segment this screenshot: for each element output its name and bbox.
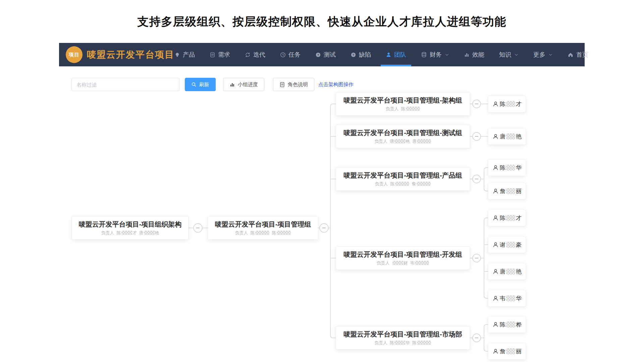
member-name: 陈华 xyxy=(500,164,522,172)
group-leaders: 负责人陈陈 xyxy=(235,230,291,236)
group-leaders: 负责人陈 xyxy=(386,106,420,112)
collapse-toggle[interactable] xyxy=(320,224,328,232)
redacted-name xyxy=(277,231,291,235)
redacted-name xyxy=(506,165,515,171)
member-name: 陈桦 xyxy=(500,321,522,328)
redacted-name xyxy=(406,107,420,111)
collapse-toggle[interactable] xyxy=(473,175,481,183)
redacted-name xyxy=(394,341,405,345)
redacted-name xyxy=(392,261,403,265)
org-root-node[interactable]: 唛盟云开发平台项目-项目组织架构 负责人陈才唐艳 xyxy=(72,216,189,240)
group-leaders: 负责人唐艳唐 xyxy=(374,138,431,144)
leader-name: 韦 xyxy=(410,260,429,266)
leader-label: 负责人 xyxy=(375,181,388,187)
group-title: 唛盟云开发平台项目-项目组织架构 xyxy=(79,220,182,228)
person-icon xyxy=(493,322,498,327)
leader-label: 负责人 xyxy=(374,340,387,346)
group-node-0[interactable]: 唛盟云开发平台项目-项目管理组-架构组 负责人陈 xyxy=(336,92,470,116)
member-name: 韦华 xyxy=(500,295,522,302)
page: 支持多层级组织、按层级控制权限、快速从企业人才库拉人进组等功能 项目 唛盟云开发… xyxy=(0,0,644,362)
redacted-name xyxy=(506,133,515,139)
group-leaders: 负责人财韦 xyxy=(377,260,429,266)
redacted-name xyxy=(506,348,515,354)
leader-label: 负责人 xyxy=(377,260,390,266)
group-title: 唛盟云开发平台项目-项目管理组-测试组 xyxy=(343,129,462,137)
person-icon xyxy=(493,242,498,248)
member-name: 詹丽 xyxy=(500,187,522,195)
collapse-toggle[interactable] xyxy=(473,254,481,262)
leader-label: 负责人 xyxy=(386,106,399,112)
group-title: 唛盟云开发平台项目-项目管理组 xyxy=(215,220,311,228)
member-name: 唐艳 xyxy=(500,133,522,140)
group-node-4[interactable]: 唛盟云开发平台项目-项目管理组-市场部 负责人陈华陈 xyxy=(336,326,470,350)
leader-name: 陈 xyxy=(390,181,410,187)
group-title: 唛盟云开发平台项目-项目管理组-开发组 xyxy=(343,250,462,258)
person-icon xyxy=(493,269,498,275)
leader-label: 负责人 xyxy=(374,138,387,144)
redacted-name xyxy=(506,215,515,221)
leader-name: 陈 xyxy=(272,230,291,236)
collapse-toggle[interactable] xyxy=(473,334,481,342)
member-card[interactable]: 陈才 xyxy=(488,96,526,112)
redacted-name xyxy=(506,242,515,248)
collapse-toggle[interactable] xyxy=(194,224,202,232)
group-title: 唛盟云开发平台项目-项目管理组-架构组 xyxy=(343,96,462,104)
group-node-1[interactable]: 唛盟云开发平台项目-项目管理组-测试组 负责人唐艳唐 xyxy=(336,125,470,148)
group-title: 唛盟云开发平台项目-项目管理组-市场部 xyxy=(343,330,462,338)
org-chart: 唛盟云开发平台项目-项目组织架构 负责人陈才唐艳唛盟云开发平台项目-项目管理组 … xyxy=(0,0,644,362)
leader-name: 唐艳 xyxy=(390,138,410,144)
redacted-name xyxy=(394,139,405,143)
redacted-name xyxy=(506,268,515,275)
group-leaders: 负责人陈詹 xyxy=(375,181,431,187)
redacted-name xyxy=(506,321,515,327)
member-card[interactable]: 唐艳 xyxy=(488,128,526,145)
group-leaders: 负责人陈华陈 xyxy=(374,340,431,346)
redacted-name xyxy=(395,182,409,186)
redacted-name xyxy=(255,231,269,235)
person-icon xyxy=(493,101,498,107)
member-card[interactable]: 陈华 xyxy=(488,159,526,176)
member-card[interactable]: 詹丽 xyxy=(488,343,526,360)
redacted-name xyxy=(144,231,155,235)
person-icon xyxy=(493,134,498,139)
member-card[interactable]: 詹丽 xyxy=(488,183,526,199)
redacted-name xyxy=(121,231,132,235)
member-card[interactable]: 陈才 xyxy=(488,209,526,226)
person-icon xyxy=(493,215,498,221)
collapse-toggle[interactable] xyxy=(473,100,481,108)
redacted-name xyxy=(417,139,431,143)
group-title: 唛盟云开发平台项目-项目管理组-产品组 xyxy=(343,171,462,179)
management-group-node[interactable]: 唛盟云开发平台项目-项目管理组 负责人陈陈 xyxy=(208,216,318,240)
member-name: 陈才 xyxy=(500,214,522,222)
redacted-name xyxy=(506,188,515,194)
group-node-2[interactable]: 唛盟云开发平台项目-项目管理组-产品组 负责人陈詹 xyxy=(336,167,470,191)
leader-name: 财 xyxy=(392,260,408,266)
member-name: 谢豪 xyxy=(500,241,522,249)
member-name: 詹丽 xyxy=(500,348,522,355)
member-card[interactable]: 韦华 xyxy=(488,290,526,307)
leader-name: 陈华 xyxy=(390,340,410,346)
leader-name: 陈才 xyxy=(117,230,137,236)
leader-name: 陈 xyxy=(251,230,270,236)
member-name: 陈才 xyxy=(500,100,522,108)
leader-name: 唐艳 xyxy=(139,230,159,236)
redacted-name xyxy=(506,101,515,107)
person-icon xyxy=(493,349,498,354)
member-card[interactable]: 陈桦 xyxy=(488,316,526,333)
member-name: 唐艳 xyxy=(500,268,522,276)
org-chart-connectors xyxy=(0,0,644,362)
collapse-toggle[interactable] xyxy=(473,132,481,140)
group-leaders: 负责人陈才唐艳 xyxy=(101,230,159,236)
leader-label: 负责人 xyxy=(101,230,114,236)
member-card[interactable]: 谢豪 xyxy=(488,236,526,253)
leader-label: 负责人 xyxy=(235,230,248,236)
person-icon xyxy=(493,188,498,194)
leader-name: 陈 xyxy=(412,340,431,346)
redacted-name xyxy=(415,261,429,265)
leader-name: 陈 xyxy=(401,106,420,112)
redacted-name xyxy=(506,295,515,301)
leader-name: 詹 xyxy=(412,181,431,187)
person-icon xyxy=(493,165,498,171)
group-node-3[interactable]: 唛盟云开发平台项目-项目管理组-开发组 负责人财韦 xyxy=(336,246,470,270)
member-card[interactable]: 唐艳 xyxy=(488,263,526,280)
